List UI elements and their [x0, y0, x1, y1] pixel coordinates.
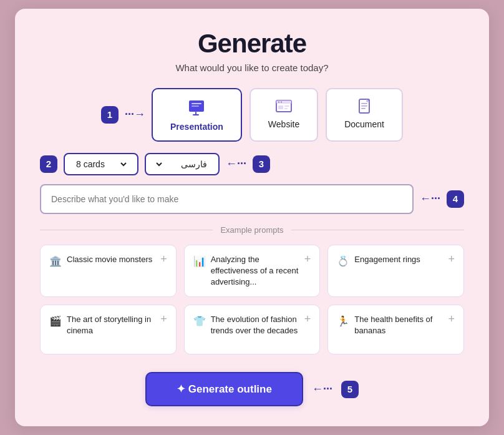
svg-rect-11 — [284, 108, 288, 109]
step2-badge: 2 — [40, 155, 57, 173]
svg-point-8 — [281, 101, 282, 102]
prompt-add-3[interactable]: + — [448, 253, 455, 266]
step3-badge: 3 — [253, 155, 270, 173]
prompt-input[interactable] — [51, 194, 402, 204]
step2-row: 2 4 cards 6 cards 8 cards 10 cards 12 ca… — [40, 153, 464, 175]
divider-row: Example prompts — [40, 225, 464, 235]
type-card-presentation-label: Presentation — [170, 122, 223, 132]
divider-right — [291, 230, 464, 230]
prompt-add-4[interactable]: + — [160, 313, 167, 326]
prompt-icon-4: 🎬 — [49, 315, 62, 327]
svg-point-7 — [278, 101, 279, 102]
prompt-card-4[interactable]: 🎬 The art of storytelling in cinema + — [40, 305, 177, 354]
step4-row: ←··· 4 — [40, 184, 464, 214]
type-card-document[interactable]: Document — [326, 88, 403, 142]
svg-rect-4 — [193, 114, 199, 115]
prompt-icon-2: 📊 — [193, 255, 206, 267]
divider-label: Example prompts — [220, 225, 283, 235]
svg-rect-2 — [191, 105, 199, 107]
step4-arrow: ←··· — [420, 192, 440, 205]
prompt-text-5: The evolution of fashion trends over the… — [211, 314, 299, 336]
step5-arrow: ←··· — [312, 383, 332, 396]
page-title: Generate — [40, 29, 464, 59]
prompt-card-5[interactable]: 👕 The evolution of fashion trends over t… — [184, 305, 321, 354]
prompt-add-6[interactable]: + — [448, 313, 455, 326]
prompt-card-6[interactable]: 🏃 The health benefits of bananas + — [327, 305, 464, 354]
step4-badge: 4 — [447, 190, 464, 208]
type-card-presentation[interactable]: Presentation — [152, 88, 242, 142]
page-subtitle: What would you like to create today? — [40, 62, 464, 73]
language-select[interactable]: English فارسی Español Français Deutsch — [155, 159, 210, 170]
prompt-text-2: Analyzing the effectiveness of a recent … — [211, 254, 299, 288]
prompt-card-4-left: 🎬 The art of storytelling in cinema — [49, 314, 155, 336]
cards-select-box[interactable]: 4 cards 6 cards 8 cards 10 cards 12 card… — [64, 153, 138, 175]
prompt-card-1-left: 🏛️ Classic movie monsters — [49, 254, 152, 267]
prompt-add-2[interactable]: + — [304, 253, 311, 266]
divider-left — [40, 230, 213, 230]
prompt-icon-3: 💍 — [337, 255, 349, 267]
prompt-input-box[interactable] — [40, 184, 414, 214]
step1-arrow: ···→ — [125, 108, 145, 121]
document-icon — [356, 98, 373, 115]
svg-rect-13 — [361, 103, 367, 104]
prompt-card-2[interactable]: 📊 Analyzing the effectiveness of a recen… — [184, 245, 321, 298]
svg-rect-10 — [284, 105, 289, 107]
svg-rect-9 — [278, 105, 283, 109]
prompt-card-5-left: 👕 The evolution of fashion trends over t… — [193, 314, 299, 336]
prompt-icon-5: 👕 — [193, 315, 206, 327]
prompt-card-1[interactable]: 🏛️ Classic movie monsters + — [40, 245, 177, 298]
svg-rect-14 — [361, 105, 367, 107]
prompt-add-1[interactable]: + — [160, 253, 167, 266]
type-selector: Presentation Website — [152, 88, 403, 142]
type-card-website[interactable]: Website — [250, 88, 318, 142]
main-container: Generate What would you like to create t… — [15, 9, 489, 427]
cards-select[interactable]: 4 cards 6 cards 8 cards 10 cards 12 card… — [74, 159, 128, 170]
prompts-grid: 🏛️ Classic movie monsters + 📊 Analyzing … — [40, 245, 464, 355]
prompt-text-4: The art of storytelling in cinema — [67, 314, 155, 336]
step1-row: 1 ···→ Presentation — [40, 88, 464, 142]
prompt-card-3-left: 💍 Engagement rings — [337, 254, 420, 267]
prompt-text-6: The health benefits of bananas — [354, 314, 443, 336]
prompt-card-6-left: 🏃 The health benefits of bananas — [337, 314, 443, 336]
type-card-document-label: Document — [344, 119, 384, 129]
type-card-website-label: Website — [268, 119, 299, 129]
svg-rect-1 — [191, 103, 201, 104]
prompt-text-3: Engagement rings — [354, 254, 420, 265]
website-icon — [275, 98, 293, 115]
prompt-icon-1: 🏛️ — [49, 255, 62, 267]
prompt-text-1: Classic movie monsters — [67, 254, 152, 265]
prompt-add-5[interactable]: + — [304, 313, 311, 326]
language-select-box[interactable]: English فارسی Español Français Deutsch — [145, 153, 220, 175]
generate-row: ✦ Generate outline ←··· 5 — [40, 372, 464, 406]
step3-arrow: ←··· — [226, 157, 246, 170]
prompt-icon-6: 🏃 — [337, 315, 349, 327]
generate-button[interactable]: ✦ Generate outline — [145, 372, 303, 406]
step5-badge: 5 — [341, 381, 359, 398]
step1-badge: 1 — [101, 106, 119, 124]
prompt-card-3[interactable]: 💍 Engagement rings + — [327, 245, 464, 298]
presentation-icon — [187, 98, 206, 118]
svg-rect-15 — [361, 108, 366, 109]
prompt-card-2-left: 📊 Analyzing the effectiveness of a recen… — [193, 254, 299, 288]
